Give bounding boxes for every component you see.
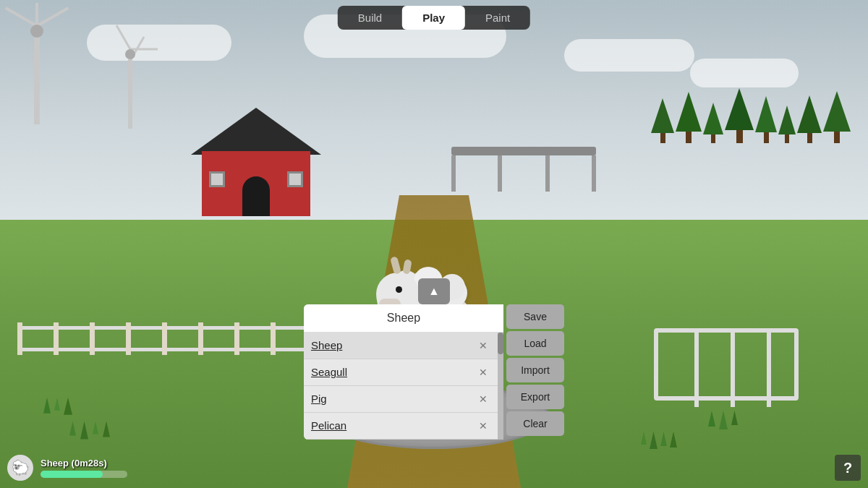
- hud-animal-icon: 🐑: [7, 455, 33, 481]
- list-item-seagull[interactable]: Seagull ✕: [304, 359, 498, 386]
- top-navigation: Build Play Paint: [338, 6, 530, 30]
- cloud-3: [564, 39, 694, 72]
- list-item-label: Sheep: [311, 339, 342, 351]
- cloud-4: [690, 59, 799, 87]
- help-button[interactable]: ?: [835, 455, 861, 481]
- grass-tufts-left2: [69, 421, 110, 440]
- tab-build[interactable]: Build: [338, 6, 402, 30]
- clear-button[interactable]: Clear: [506, 411, 564, 436]
- windmill-1: [26, 25, 48, 126]
- list-item-label: Pig: [311, 393, 327, 405]
- hud-info-panel: Sheep (0m28s): [41, 458, 127, 478]
- save-button[interactable]: Save: [506, 304, 564, 329]
- fence-left: [17, 326, 321, 351]
- list-item-sheep[interactable]: Sheep ✕: [304, 333, 498, 359]
- lean-to: [451, 147, 596, 190]
- action-buttons: Save Load Import Export Clear: [506, 304, 564, 440]
- load-button[interactable]: Load: [506, 331, 564, 356]
- grass-tufts-right: [708, 411, 738, 429]
- animal-list-section: Sheep Sheep ✕ Seagull ✕ Pig ✕: [304, 304, 503, 440]
- animal-dropdown-panel: ▲ Sheep Sheep ✕ Seagull ✕ Pig: [304, 278, 564, 440]
- tree-cluster: [651, 88, 851, 143]
- list-item-pelican[interactable]: Pelican ✕: [304, 413, 498, 440]
- chevron-up-button[interactable]: ▲: [418, 278, 450, 304]
- fence-right: [654, 328, 799, 401]
- list-header: Sheep: [304, 304, 503, 333]
- list-item-remove-pelican[interactable]: ✕: [476, 419, 490, 433]
- tab-paint[interactable]: Paint: [465, 6, 530, 30]
- tab-play[interactable]: Play: [402, 6, 465, 30]
- windmill-2: [122, 49, 139, 129]
- animal-list: Sheep ✕ Seagull ✕ Pig ✕ Pelican ✕: [304, 333, 498, 440]
- health-bar-fill: [41, 471, 103, 478]
- panel-body: Sheep Sheep ✕ Seagull ✕ Pig ✕: [304, 304, 564, 440]
- export-button[interactable]: Export: [506, 385, 564, 409]
- list-item-label: Pelican: [311, 419, 346, 432]
- list-item-remove-seagull[interactable]: ✕: [476, 365, 490, 380]
- grass-tufts-left: [43, 398, 72, 415]
- scrollbar-thumb[interactable]: [498, 333, 503, 354]
- scrollbar-track[interactable]: [498, 333, 503, 440]
- list-item-remove-sheep[interactable]: ✕: [476, 338, 490, 353]
- list-item-label: Seagull: [311, 366, 347, 378]
- chevron-up-icon: ▲: [428, 285, 440, 298]
- list-item-pig[interactable]: Pig ✕: [304, 386, 498, 413]
- import-button[interactable]: Import: [506, 358, 564, 382]
- hud-animal-name: Sheep (0m28s): [41, 458, 127, 468]
- bottom-hud: 🐑 Sheep (0m28s): [7, 455, 127, 481]
- list-item-remove-pig[interactable]: ✕: [476, 392, 490, 406]
- grass-tufts-right2: [641, 432, 677, 449]
- cloud-1: [87, 25, 231, 61]
- health-bar-background: [41, 471, 127, 478]
- barn: [191, 108, 321, 216]
